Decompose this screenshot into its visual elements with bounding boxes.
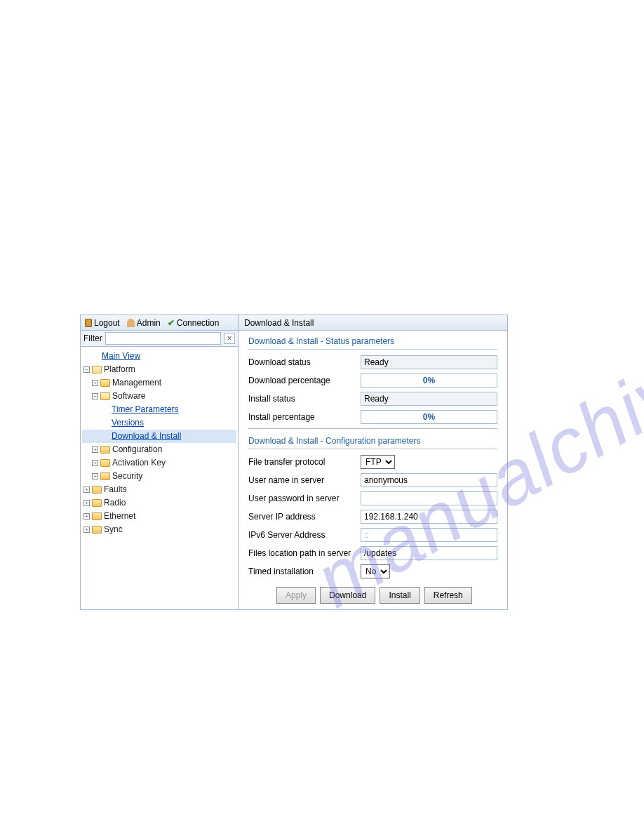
filter-label: Filter	[83, 333, 102, 343]
tree-item-main-view[interactable]: Main View	[82, 350, 236, 363]
tree-item-software[interactable]: − Software	[82, 390, 236, 403]
install-percentage-value: 0%	[361, 410, 497, 424]
tree-item-download-install[interactable]: Download & Install	[82, 430, 236, 443]
tree-item-sync[interactable]: + Sync	[82, 523, 236, 536]
username-input[interactable]	[361, 473, 497, 487]
folder-icon	[100, 472, 110, 480]
ipv6-label: IPv6 Server Address	[248, 530, 361, 540]
folder-icon	[100, 379, 110, 387]
row-timed: Timed installation No	[248, 564, 497, 578]
row-download-status: Download status Ready	[248, 355, 497, 369]
tree-item-security[interactable]: + Security	[82, 470, 236, 483]
tree-item-ethernet[interactable]: + Ethernet	[82, 510, 236, 523]
folder-icon	[100, 446, 110, 454]
timed-label: Timed installation	[248, 567, 361, 576]
tree-label: Configuration	[112, 444, 162, 456]
server-ip-label: Server IP address	[248, 512, 361, 522]
tree-label: Download & Install	[112, 430, 181, 442]
apply-button[interactable]: Apply	[276, 587, 316, 604]
download-status-value: Ready	[361, 355, 497, 369]
protocol-select[interactable]: FTP	[361, 455, 395, 469]
config-section-title: Download & Install - Configuration param…	[248, 436, 497, 449]
app-window: Logout Admin ✔ Connection Filter × Main …	[80, 315, 508, 610]
tree-item-management[interactable]: + Management	[82, 376, 236, 390]
tree-label: Sync	[104, 524, 123, 536]
row-protocol: File transfer protocol FTP	[248, 455, 497, 469]
server-ip-input[interactable]	[361, 510, 497, 524]
username-label: User name in server	[248, 475, 361, 485]
expand-icon[interactable]: +	[92, 446, 98, 453]
tree-item-platform[interactable]: − Platform	[82, 363, 236, 376]
tree-label: Versions	[112, 417, 144, 429]
nav-tree: Main View − Platform + Management − Soft…	[81, 347, 238, 609]
row-password: User password in server	[248, 491, 497, 505]
filter-clear-button[interactable]: ×	[224, 333, 235, 344]
expand-icon[interactable]: +	[83, 486, 90, 493]
row-ipv6: IPv6 Server Address	[248, 528, 497, 542]
password-label: User password in server	[248, 494, 361, 503]
folder-open-icon	[100, 392, 110, 400]
admin-button[interactable]: Admin	[127, 318, 161, 328]
filter-input[interactable]	[105, 332, 221, 345]
tree-label: Activation Key	[112, 457, 166, 469]
expand-icon[interactable]: +	[92, 380, 98, 386]
timed-select[interactable]: No	[361, 564, 390, 578]
folder-icon	[100, 459, 110, 467]
tree-label: Security	[112, 470, 142, 482]
refresh-button[interactable]: Refresh	[424, 587, 472, 604]
download-percentage-label: Download percentage	[248, 376, 361, 385]
expand-icon[interactable]: +	[83, 527, 90, 533]
folder-icon	[92, 512, 102, 520]
status-section-title: Download & Install - Status parameters	[248, 336, 497, 350]
expand-icon[interactable]: +	[83, 513, 90, 519]
logout-button[interactable]: Logout	[85, 318, 120, 328]
collapse-icon[interactable]: −	[92, 393, 98, 399]
path-input[interactable]	[361, 546, 497, 560]
connection-icon: ✔	[168, 318, 175, 328]
tree-item-timer-parameters[interactable]: Timer Parameters	[82, 403, 236, 416]
install-button[interactable]: Install	[380, 587, 420, 604]
tree-item-versions[interactable]: Versions	[82, 416, 236, 430]
expand-icon[interactable]: +	[92, 473, 98, 479]
admin-label: Admin	[137, 318, 161, 328]
tree-label: Ethernet	[104, 510, 135, 522]
tree-label: Timer Parameters	[112, 404, 179, 416]
path-label: Files location path in server	[248, 548, 361, 558]
admin-icon	[127, 319, 135, 327]
tree-label: Software	[112, 390, 145, 402]
filter-row: Filter ×	[81, 331, 238, 347]
install-status-label: Install status	[248, 394, 361, 404]
download-button[interactable]: Download	[320, 587, 375, 604]
row-username: User name in server	[248, 473, 497, 487]
content-area: Download & Install - Status parameters D…	[239, 331, 507, 609]
tree-item-faults[interactable]: + Faults	[82, 483, 236, 496]
folder-icon	[92, 499, 102, 507]
tree-label: Management	[112, 377, 161, 389]
row-install-status: Install status Ready	[248, 392, 497, 406]
expand-icon[interactable]: +	[92, 460, 98, 466]
tree-item-activation-key[interactable]: + Activation Key	[82, 456, 236, 470]
tree-label: Faults	[104, 484, 127, 496]
tree-item-radio[interactable]: + Radio	[82, 496, 236, 510]
password-input[interactable]	[361, 491, 497, 505]
tree-label: Main View	[102, 350, 140, 362]
row-path: Files location path in server	[248, 546, 497, 560]
tree-label: Radio	[104, 497, 126, 509]
row-server-ip: Server IP address	[248, 510, 497, 524]
row-download-percentage: Download percentage 0%	[248, 373, 497, 388]
tree-label: Platform	[104, 364, 135, 376]
sidebar: Logout Admin ✔ Connection Filter × Main …	[81, 315, 239, 609]
connection-button[interactable]: ✔ Connection	[168, 318, 220, 328]
tree-item-configuration[interactable]: + Configuration	[82, 443, 236, 456]
collapse-icon[interactable]: −	[83, 366, 90, 373]
folder-icon	[92, 486, 102, 494]
expand-icon[interactable]: +	[83, 500, 90, 506]
install-status-value: Ready	[361, 392, 497, 406]
row-install-percentage: Install percentage 0%	[248, 410, 497, 424]
main-panel: Download & Install Download & Install - …	[239, 315, 507, 609]
main-header: Download & Install	[239, 315, 507, 331]
connection-label: Connection	[177, 318, 220, 328]
close-icon: ×	[227, 333, 232, 343]
ipv6-input[interactable]	[361, 528, 497, 542]
logout-icon	[85, 319, 92, 327]
